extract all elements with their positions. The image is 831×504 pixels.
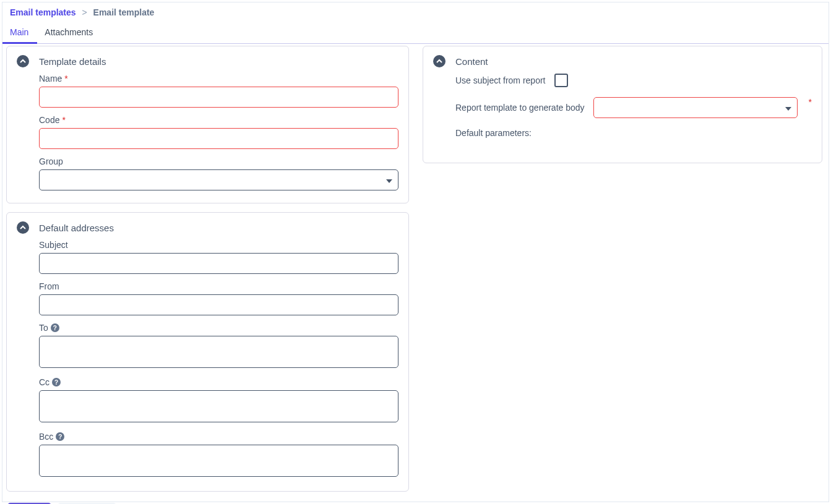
report-template-label: Report template to generate body — [455, 103, 585, 113]
panel-title: Template details — [39, 56, 106, 67]
collapse-icon[interactable] — [433, 55, 446, 67]
breadcrumb-separator: > — [82, 7, 87, 17]
group-label: Group — [39, 156, 398, 166]
help-icon[interactable]: ? — [52, 378, 61, 387]
tab-main[interactable]: Main — [2, 22, 37, 44]
bcc-label: Bcc ? — [39, 432, 398, 442]
help-icon[interactable]: ? — [51, 323, 59, 332]
collapse-icon[interactable] — [17, 221, 29, 234]
tabs: Main Attachments — [2, 22, 829, 44]
to-label: To ? — [39, 323, 398, 333]
panel-title: Default addresses — [39, 223, 114, 233]
cc-input[interactable] — [39, 390, 398, 422]
use-subject-label: Use subject from report — [455, 75, 546, 85]
use-subject-checkbox[interactable] — [554, 74, 568, 87]
from-input[interactable] — [39, 294, 398, 315]
tab-attachments[interactable]: Attachments — [37, 22, 101, 43]
code-label: Code* — [39, 115, 398, 125]
from-label: From — [39, 281, 398, 291]
report-template-select[interactable] — [593, 97, 798, 118]
subject-label: Subject — [39, 240, 398, 250]
collapse-icon[interactable] — [17, 55, 29, 67]
breadcrumb-parent-link[interactable]: Email templates — [10, 7, 76, 17]
cc-label: Cc ? — [39, 377, 398, 387]
breadcrumb-current: Email template — [93, 7, 155, 17]
subject-input[interactable] — [39, 253, 398, 274]
footer-actions: OK Cancel — [2, 498, 829, 504]
panel-content: Content Use subject from report Report t… — [423, 46, 822, 163]
breadcrumb: Email templates > Email template — [2, 2, 829, 20]
name-label: Name* — [39, 74, 398, 83]
panel-default-addresses: Default addresses Subject From — [6, 212, 409, 492]
name-input[interactable] — [39, 87, 398, 108]
code-input[interactable] — [39, 128, 398, 149]
bcc-input[interactable] — [39, 445, 398, 477]
group-select[interactable] — [39, 169, 398, 190]
email-template-editor: Email templates > Email template Main At… — [2, 2, 829, 502]
to-input[interactable] — [39, 336, 398, 368]
help-icon[interactable]: ? — [56, 432, 64, 441]
default-parameters-label: Default parameters: — [455, 128, 532, 138]
panel-title: Content — [455, 56, 488, 67]
panel-template-details: Template details Name* Code* G — [6, 46, 409, 203]
